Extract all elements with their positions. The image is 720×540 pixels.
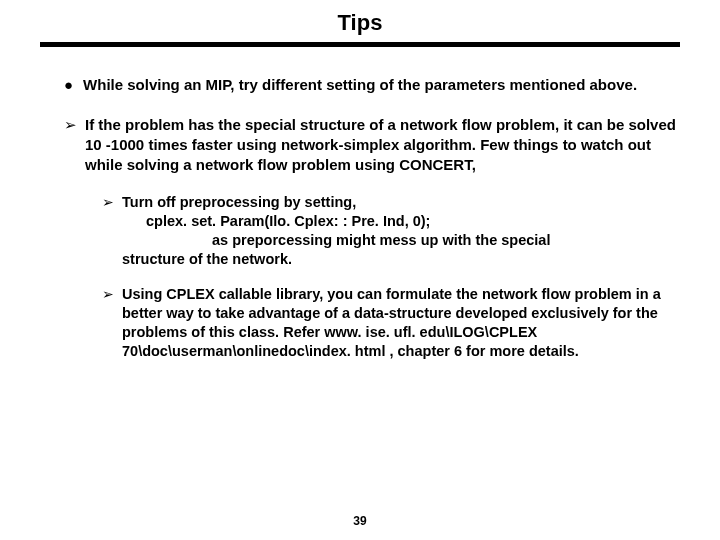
line: as preporcessing might mess up with the …	[122, 231, 550, 250]
title-rule	[40, 42, 680, 47]
bullet-level3-1: ➢ Turn off preprocessing by setting, cpl…	[102, 193, 680, 269]
bullet-level2-1: ➢ If the problem has the special structu…	[64, 115, 680, 175]
disc-icon: ●	[64, 75, 73, 95]
arrow-icon: ➢	[102, 193, 114, 269]
arrow-icon: ➢	[102, 285, 114, 361]
bullet-text: Turn off preprocessing by setting, cplex…	[122, 193, 550, 269]
slide: Tips ● While solving an MIP, try differe…	[0, 0, 720, 540]
line: cplex. set. Param(Ilo. Cplex: : Pre. Ind…	[122, 212, 550, 231]
arrow-icon: ➢	[64, 115, 77, 175]
bullet-level1-1: ● While solving an MIP, try different se…	[64, 75, 680, 95]
bullet-level3-2: ➢ Using CPLEX callable library, you can …	[102, 285, 680, 361]
bullet-text: If the problem has the special structure…	[85, 115, 680, 175]
bullet-text: While solving an MIP, try different sett…	[83, 75, 637, 95]
line: Turn off preprocessing by setting,	[122, 194, 356, 210]
bullet-text: Using CPLEX callable library, you can fo…	[122, 285, 680, 361]
slide-title: Tips	[40, 10, 680, 42]
page-number: 39	[0, 514, 720, 528]
line: structure of the network.	[122, 251, 292, 267]
